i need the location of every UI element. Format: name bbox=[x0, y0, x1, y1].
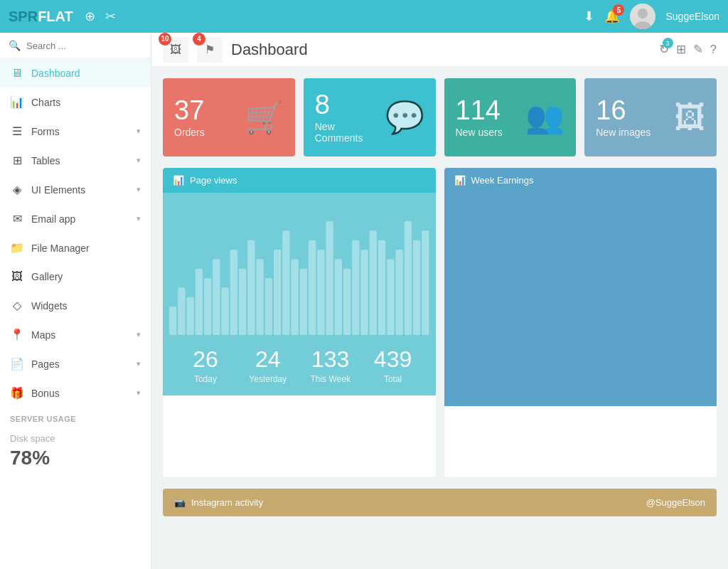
server-usage-section: SERVER USAGE bbox=[0, 408, 151, 426]
refresh-icon[interactable]: 3 ↻ bbox=[659, 42, 669, 57]
bar-7 bbox=[230, 250, 237, 335]
sidebar-item-ui-elements[interactable]: ◈ UI Elements ▾ bbox=[0, 175, 151, 204]
bar-14 bbox=[291, 259, 298, 335]
sidebar-icon: 📁 bbox=[10, 241, 24, 255]
bar-2 bbox=[186, 297, 193, 335]
pv-num: 26 bbox=[174, 346, 237, 373]
stat-num: 37 bbox=[174, 97, 205, 124]
sidebar-item-forms[interactable]: ☰ Forms ▾ bbox=[0, 117, 151, 146]
stat-num: 16 bbox=[596, 97, 651, 124]
bar-1 bbox=[178, 287, 185, 335]
sidebar-label: Gallery bbox=[31, 271, 63, 282]
chevron-icon: ▾ bbox=[136, 127, 141, 136]
stat-left: 8 New Comments bbox=[315, 91, 385, 144]
sidebar-item-widgets[interactable]: ◇ Widgets bbox=[0, 291, 151, 320]
sidebar-item-file-manager[interactable]: 📁 File Manager bbox=[0, 233, 151, 262]
sidebar-item-bonus[interactable]: 🎁 Bonus ▾ bbox=[0, 378, 151, 408]
sidebar-label: Maps bbox=[31, 329, 55, 341]
download-icon[interactable]: ⬇ bbox=[584, 9, 594, 24]
pv-num: 439 bbox=[362, 346, 424, 373]
sidebar-item-email-app[interactable]: ✉ Email app ▾ bbox=[0, 204, 151, 233]
logo: SPRFLAT bbox=[9, 9, 73, 25]
instagram-handle: @SuggeElson bbox=[646, 497, 705, 508]
nav-icons: ⊕ ✂ bbox=[85, 9, 116, 24]
bar-21 bbox=[352, 240, 359, 335]
pv-stat-2: 133 This Week bbox=[299, 346, 362, 384]
disk-space-value: 78% bbox=[10, 447, 141, 469]
stat-label: New images bbox=[596, 127, 651, 138]
chevron-icon: ▾ bbox=[136, 330, 141, 339]
chevron-icon: ▾ bbox=[136, 359, 141, 368]
week-earnings-card: 📊 Week Earnings bbox=[444, 168, 717, 477]
sidebar-label: Widgets bbox=[31, 300, 68, 312]
week-earnings-title: Week Earnings bbox=[471, 175, 534, 186]
chart-icon: 📊 bbox=[173, 175, 184, 186]
svg-point-1 bbox=[638, 9, 648, 18]
avatar[interactable] bbox=[630, 4, 655, 29]
help-icon[interactable]: ? bbox=[710, 43, 717, 57]
bell-badge: 5 bbox=[613, 4, 624, 16]
grid-icon[interactable]: ⊞ bbox=[676, 42, 686, 57]
pv-stat-1: 24 Yesterday bbox=[237, 346, 299, 384]
stat-left: 114 New users bbox=[456, 97, 503, 138]
stat-left: 37 Orders bbox=[174, 97, 205, 138]
bar-29 bbox=[422, 230, 429, 335]
stat-left: 16 New images bbox=[596, 97, 651, 138]
pv-label: Yesterday bbox=[237, 374, 299, 384]
bar-9 bbox=[247, 240, 255, 335]
sidebar-icon: 📍 bbox=[10, 328, 24, 341]
disk-space-label: Disk space bbox=[10, 433, 141, 444]
sidebar-label: Charts bbox=[31, 97, 60, 108]
sidebar-label: Forms bbox=[31, 126, 60, 137]
bar-25 bbox=[387, 259, 394, 335]
avatar-image bbox=[630, 4, 655, 29]
bar-8 bbox=[239, 269, 246, 335]
bar-chart-svg bbox=[168, 207, 430, 335]
chevron-icon: ▾ bbox=[136, 156, 141, 165]
sidebar-item-tables[interactable]: ⊞ Tables ▾ bbox=[0, 146, 151, 175]
instagram-bar: 📷 Instagram activity @SuggeElson bbox=[163, 489, 717, 516]
sidebar-item-pages[interactable]: 📄 Pages ▾ bbox=[0, 349, 151, 378]
stat-icon: 👥 bbox=[525, 99, 564, 136]
sidebar-icon: 🖼 bbox=[10, 270, 24, 283]
page-views-card: 📊 Page views 26 Today 24 Yesterday 133 T… bbox=[163, 168, 436, 477]
stat-card-1: 8 New Comments 💬 bbox=[304, 78, 436, 156]
sub-btn-1[interactable]: 10 🖼 bbox=[163, 37, 188, 63]
sidebar-label: File Manager bbox=[31, 243, 90, 254]
chevron-icon: ▾ bbox=[136, 214, 141, 223]
sidebar-label: UI Elements bbox=[31, 184, 85, 196]
instagram-left: 📷 Instagram activity bbox=[174, 497, 263, 508]
stat-label: New Comments bbox=[315, 121, 385, 144]
stat-num: 8 bbox=[315, 91, 385, 118]
content-area: 37 Orders 🛒 8 New Comments 💬 114 New use… bbox=[151, 67, 728, 528]
bar-23 bbox=[370, 230, 377, 335]
bar-28 bbox=[413, 240, 420, 335]
search-input[interactable] bbox=[26, 41, 142, 51]
notification-bell[interactable]: 🔔 5 bbox=[604, 9, 620, 24]
sidebar-label: Email app bbox=[31, 213, 75, 225]
sidebar-item-gallery[interactable]: 🖼 Gallery bbox=[0, 262, 151, 291]
logo-part2: FLAT bbox=[38, 9, 73, 24]
badge-2: 4 bbox=[193, 33, 205, 46]
bar-16 bbox=[309, 240, 316, 335]
stat-card-0: 37 Orders 🛒 bbox=[163, 78, 295, 156]
app-body: 🔍 🖥 Dashboard 📊 Charts ☰ Forms ▾ ⊞ Table… bbox=[0, 33, 728, 569]
edit-icon[interactable]: ✎ bbox=[693, 42, 703, 57]
pv-num: 133 bbox=[299, 346, 362, 373]
sub-btn-2[interactable]: 4 ⚑ bbox=[197, 37, 223, 63]
bar-5 bbox=[213, 259, 220, 335]
earnings-chart-icon: 📊 bbox=[454, 175, 466, 186]
sidebar-item-charts[interactable]: 📊 Charts bbox=[0, 87, 151, 117]
chevron-icon: ▾ bbox=[136, 388, 141, 398]
disk-space-section: Disk space 78% bbox=[0, 426, 151, 477]
search-icon: 🔍 bbox=[9, 40, 21, 51]
instagram-icon: 📷 bbox=[174, 497, 186, 508]
refresh-badge: 3 bbox=[663, 38, 673, 48]
sidebar-item-dashboard[interactable]: 🖥 Dashboard bbox=[0, 59, 151, 87]
bar-17 bbox=[317, 250, 324, 335]
pv-stats-bar: 26 Today 24 Yesterday 133 This Week 439 … bbox=[163, 335, 436, 395]
add-icon[interactable]: ⊕ bbox=[85, 9, 95, 24]
sidebar-item-maps[interactable]: 📍 Maps ▾ bbox=[0, 320, 151, 349]
scissors-icon[interactable]: ✂ bbox=[105, 9, 116, 24]
page-views-title: Page views bbox=[190, 175, 237, 186]
